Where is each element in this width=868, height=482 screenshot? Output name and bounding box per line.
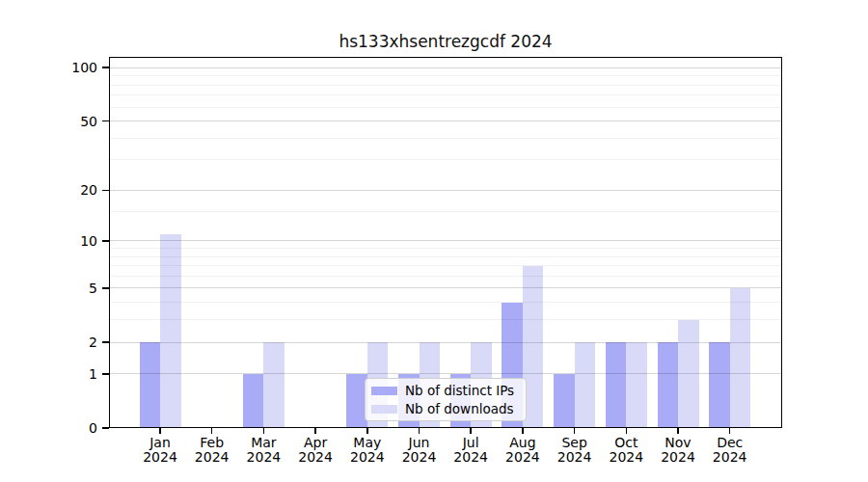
y-axis-tick	[102, 373, 109, 375]
gridline-major	[109, 287, 782, 288]
x-axis-tick	[211, 428, 213, 434]
gridline-minor	[109, 265, 782, 266]
chart-title: hs133xhsentrezgcdf 2024	[109, 32, 782, 51]
y-axis-tick	[102, 67, 109, 68]
y-axis-tick	[102, 427, 109, 429]
gridline-minor	[109, 107, 782, 108]
gridline-minor	[109, 94, 782, 95]
x-axis-tick	[366, 428, 368, 434]
y-axis-tick	[102, 120, 109, 122]
x-axis-tick	[574, 428, 576, 434]
gridline-major	[109, 190, 782, 191]
legend-item-distinct-ips: Nb of distinct IPs	[371, 383, 520, 398]
gridline-minor	[109, 256, 782, 257]
legend-swatch-distinct-ips	[371, 387, 397, 395]
gridline-minor	[109, 159, 782, 160]
gridline-minor	[109, 276, 782, 277]
y-tick-label: 2	[53, 335, 97, 350]
y-axis-tick	[102, 240, 109, 242]
plot-area: Nb of distinct IPs Nb of downloads	[109, 57, 782, 428]
y-tick-label: 0	[53, 420, 97, 436]
y-axis-tick	[102, 341, 109, 343]
x-tick-label-dec: Dec2024	[699, 436, 761, 465]
legend-item-downloads: Nb of downloads	[371, 401, 520, 416]
gridline-major	[109, 120, 782, 121]
y-tick-label: 1	[53, 366, 97, 382]
figure: hs133xhsentrezgcdf 2024 Nb of distinct I…	[0, 0, 868, 482]
gridline-minor	[109, 302, 782, 303]
gridline-minor	[109, 138, 782, 139]
grid-layer	[109, 57, 782, 428]
x-axis-tick	[729, 428, 731, 434]
x-axis-tick	[314, 428, 316, 434]
x-axis-tick	[470, 428, 472, 434]
x-axis-tick	[677, 428, 679, 434]
legend: Nb of distinct IPs Nb of downloads	[365, 378, 527, 421]
x-axis-tick	[263, 428, 265, 434]
y-axis-tick	[102, 190, 109, 192]
y-axis-tick	[102, 287, 109, 289]
x-axis-tick	[159, 428, 161, 434]
y-tick-label: 50	[53, 114, 97, 129]
gridline-minor	[109, 75, 782, 76]
x-axis-tick	[626, 428, 628, 434]
legend-label-distinct-ips: Nb of distinct IPs	[405, 383, 514, 398]
gridline-minor	[109, 85, 782, 86]
y-tick-label: 5	[53, 281, 97, 296]
gridline-minor	[109, 211, 782, 212]
gridline-major	[109, 342, 782, 343]
x-axis-tick	[522, 428, 524, 434]
y-tick-label: 20	[53, 182, 97, 198]
legend-label-downloads: Nb of downloads	[405, 401, 514, 416]
x-axis-tick	[419, 428, 420, 434]
gridline-major	[109, 67, 782, 68]
y-tick-label: 10	[53, 233, 97, 249]
gridline-minor	[109, 248, 782, 249]
gridline-major	[109, 373, 782, 374]
legend-swatch-downloads	[371, 405, 397, 414]
gridline-major	[109, 240, 782, 241]
y-tick-label: 100	[53, 60, 97, 75]
gridline-minor	[109, 319, 782, 320]
